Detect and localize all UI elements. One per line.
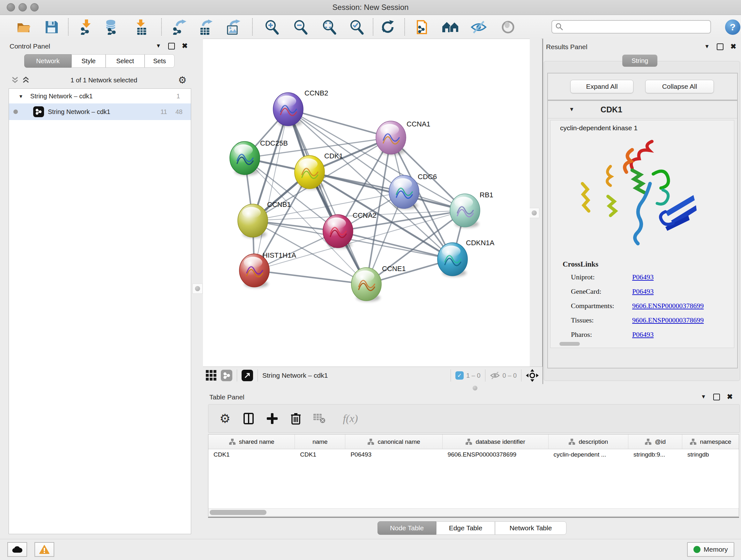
import-table-file-button[interactable] [133,19,150,36]
column-header-namespace[interactable]: namespace [682,435,739,449]
tab-network[interactable]: Network [24,54,71,68]
export-image-button[interactable] [225,19,242,36]
table-panel-divider [208,517,739,518]
open-session-button[interactable] [16,19,32,36]
network-column-icon [465,438,472,445]
string-glass-toggle-button[interactable] [470,19,487,36]
search-input[interactable] [563,23,699,31]
panel-menu-icon[interactable]: ▼ [704,44,710,50]
panel-menu-icon[interactable]: ▼ [156,43,161,49]
horizontal-splitter-grip[interactable] [473,386,477,390]
gear-icon[interactable]: ⚙ [178,75,187,85]
tab-node-table[interactable]: Node Table [378,521,436,535]
results-tab-string[interactable]: String [622,55,657,67]
network-collection-row[interactable]: ▼ String Network – cdk1 1 [9,89,191,104]
zoom-selected-icon [349,19,364,35]
cell-id[interactable]: stringdb:9... [628,449,682,460]
protein-header[interactable]: ▼ CDK1 [548,101,737,118]
column-header-canonical-name[interactable]: canonical name [345,435,442,449]
import-network-file-button[interactable] [78,19,95,36]
cell-database-identifier[interactable]: 9606.ENSP00000378699 [443,449,549,460]
import-network-database-button[interactable] [104,19,120,36]
column-header-name[interactable]: name [295,435,345,449]
save-session-button[interactable] [44,19,60,36]
delete-table-icon[interactable] [313,412,327,426]
string-network-graph[interactable]: CCNB2CCNA1CDC25BCDK1CDC6RB1CCNB1CCNA2CDK… [203,39,530,367]
crosslink-row: GeneCard: P06493 [571,287,731,296]
zoom-selected-button[interactable] [348,19,365,36]
string-homes-button[interactable] [442,19,458,36]
help-button[interactable]: ? [725,19,740,35]
cloud-status-button[interactable] [7,542,27,557]
zoom-fit-button[interactable] [321,19,338,36]
string-sphere-button[interactable] [500,19,516,36]
delete-column-icon[interactable] [289,412,303,426]
cell-canonical-name[interactable]: P06493 [345,449,442,460]
results-hscroll-thumb[interactable] [559,342,580,346]
birds-eye-view-icon[interactable] [526,369,539,382]
tab-edge-table[interactable]: Edge Table [436,521,495,535]
collection-expander-icon[interactable]: ▼ [18,94,23,99]
crosslink-row: Pharos: P06493 [571,330,731,339]
panel-float-icon[interactable] [168,43,175,50]
open-in-window-icon[interactable] [242,370,253,381]
crosslink-link[interactable]: P06493 [632,287,654,296]
crosslink-link[interactable]: 9606.ENSP00000378699 [632,316,704,324]
column-header-id[interactable]: @id [628,435,682,449]
table-row[interactable]: CDK1 CDK1 P06493 9606.ENSP00000378699 cy… [208,449,739,460]
node-table[interactable]: shared name name canonical name database… [208,434,739,516]
tab-sets[interactable]: Sets [145,54,175,68]
panel-close-icon[interactable]: ✖ [731,43,736,51]
cloud-icon [12,546,23,553]
expand-all-button[interactable]: Expand All [570,80,633,93]
memory-button[interactable]: Memory [687,542,734,557]
panel-menu-icon[interactable]: ▼ [701,394,706,400]
protein-expander-icon[interactable]: ▼ [569,106,575,113]
cell-namespace[interactable]: stringdb [682,449,739,460]
refresh-button[interactable] [380,19,396,36]
warnings-button[interactable] [35,542,54,557]
left-splitter-grip[interactable] [192,284,203,294]
column-header-description[interactable]: description [549,435,629,449]
cell-description[interactable]: cyclin-dependent ... [549,449,628,460]
tab-style[interactable]: Style [71,54,106,68]
zoom-out-button[interactable] [292,19,309,36]
export-table-file-button[interactable] [198,19,214,36]
string-import-button[interactable] [415,19,431,36]
expand-all-icon[interactable] [22,76,30,84]
global-search-box[interactable] [551,20,711,34]
show-columns-icon[interactable] [242,412,256,426]
panel-float-icon[interactable] [713,394,720,400]
cell-shared-name[interactable]: CDK1 [208,449,295,460]
zoom-in-button[interactable] [264,19,280,36]
right-splitter-grip[interactable] [529,208,539,218]
table-settings-gear-icon[interactable]: ⚙ [218,412,232,426]
network-canvas[interactable]: CCNB2CCNA1CDC25BCDK1CDC6RB1CCNB1CCNA2CDK… [203,39,530,367]
function-builder-button[interactable]: f(x) [336,412,365,426]
selected-checkbox-icon[interactable]: ✓ [455,371,464,380]
window-title: Session: New Session [0,3,741,12]
table-hscrollbar-thumb[interactable] [210,510,266,515]
collapse-all-icon[interactable] [11,76,19,84]
cell-name[interactable]: CDK1 [295,449,345,460]
add-column-icon[interactable] [265,412,279,426]
panel-float-icon[interactable] [717,44,724,50]
svg-text:CCNB2: CCNB2 [305,89,328,97]
export-network-file-button[interactable] [172,19,188,36]
grid-view-icon[interactable] [205,368,218,382]
crosslink-link[interactable]: P06493 [632,273,654,281]
panel-close-icon[interactable]: ✖ [727,393,733,401]
panel-close-icon[interactable]: ✖ [182,42,188,50]
network-badge-icon[interactable] [221,370,232,381]
crosslink-link[interactable]: P06493 [632,330,654,339]
column-header-database-identifier[interactable]: database identifier [443,435,549,449]
tab-network-table[interactable]: Network Table [495,521,566,535]
toolbar-separator [373,18,374,36]
column-header-shared-name[interactable]: shared name [208,435,295,449]
table-hscrollbar[interactable] [208,508,739,516]
tab-select[interactable]: Select [106,54,145,68]
collapse-all-button[interactable]: Collapse All [645,80,714,93]
crosslink-label: Compartments: [571,302,632,310]
crosslink-link[interactable]: 9606.ENSP00000378699 [632,302,704,310]
network-row[interactable]: String Network – cdk1 11 48 [9,104,191,120]
